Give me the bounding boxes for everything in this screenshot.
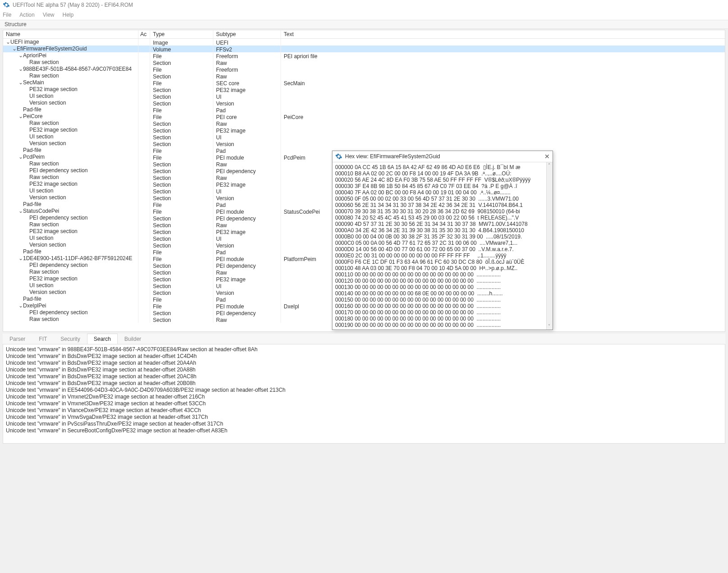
search-result-line[interactable]: Unicode text "vmware" in SecureBootConfi… (6, 427, 722, 434)
hex-scrollbar[interactable] (546, 162, 553, 330)
tree-item-text: PEI apriori file (281, 52, 725, 59)
tree-row[interactable]: UI sectionSectionUI (3, 133, 725, 140)
menu-action[interactable]: Action (19, 12, 34, 18)
search-result-line[interactable]: Unicode text "vmware" in BdsDxe/PE32 ima… (6, 353, 722, 360)
menu-view[interactable]: View (43, 12, 55, 18)
tree-item-subtype: Pad (213, 296, 281, 303)
tree-item-text (281, 120, 725, 127)
tree-item-name: 988BE43F-501B-4584-8567-A9C07F03EE84 (23, 66, 132, 73)
menubar: File Action View Help (0, 10, 728, 20)
tree-row[interactable]: PE32 image sectionSectionPE32 image (3, 86, 725, 93)
tree-item-type: Section (150, 86, 213, 93)
tree-item-subtype: Version (213, 242, 281, 248)
search-result-line[interactable]: Unicode text "vmware" in BdsDxe/PE32 ima… (6, 367, 722, 373)
tree-row[interactable]: ⌄PeiCoreFilePEI corePeiCore (3, 113, 725, 120)
search-result-line[interactable]: Unicode text "vmware" in BdsDxe/PE32 ima… (6, 373, 722, 380)
tree-row[interactable]: Raw sectionSectionRaw (3, 73, 725, 79)
tree-item-type: Section (150, 127, 213, 133)
search-result-line[interactable]: Unicode text "vmware" in EE544096-04D3-4… (6, 387, 722, 394)
caret-down-icon[interactable]: ⌄ (18, 79, 23, 86)
hex-view-body[interactable]: 000000 0A CC 45 1B 6A 15 8A 42 AF 62 49 … (332, 162, 553, 330)
col-action[interactable]: Ac (138, 30, 150, 38)
tree-row[interactable]: Version sectionSectionVersion (3, 100, 725, 106)
caret-down-icon[interactable]: ⌄ (18, 208, 23, 215)
tree-item-name: UEFI image (10, 39, 39, 46)
hex-view-titlebar[interactable]: Hex view: EfiFirmwareFileSystem2Guid ✕ (332, 151, 553, 162)
tree-row[interactable]: ⌄988BE43F-501B-4584-8567-A9C07F03EE84Fil… (3, 66, 725, 73)
tree-item-text: SecMain (281, 79, 725, 86)
tree-item-type: Section (150, 309, 213, 316)
tree-item-type: Section (150, 133, 213, 140)
tree-item-subtype: Version (213, 194, 281, 201)
tree-item-name: Raw section (29, 316, 59, 323)
search-result-line[interactable]: Unicode text "vmware" in VlanceDxe/PE32 … (6, 407, 722, 414)
tree-row[interactable]: UI sectionSectionUI (3, 93, 725, 100)
tree-item-subtype: PEI dependency (213, 167, 281, 174)
tree-row[interactable]: ⌄AprioriPeiFileFreeformPEI apriori file (3, 52, 725, 59)
tree-item-subtype: Version (213, 100, 281, 106)
tree-row[interactable]: Raw sectionSectionRaw (3, 120, 725, 127)
tab-search[interactable]: Search (87, 334, 118, 344)
tree-item-name: Version section (29, 140, 66, 147)
tab-builder[interactable]: Builder (118, 334, 148, 344)
tree-item-name: UI section (29, 282, 53, 289)
tree-item-subtype: PEI dependency (213, 215, 281, 221)
search-result-line[interactable]: Unicode text "vmware" in PvScsiPassThruD… (6, 421, 722, 427)
tree-row[interactable]: ⌄SecMainFileSEC coreSecMain (3, 79, 725, 86)
menu-file[interactable]: File (3, 12, 11, 18)
caret-down-icon[interactable]: ⌄ (12, 46, 17, 52)
col-type[interactable]: Type (150, 30, 213, 38)
tab-parser[interactable]: Parser (3, 334, 32, 344)
search-result-line[interactable]: Unicode text "vmware" in BdsDxe/PE32 ima… (6, 380, 722, 387)
tree-item-subtype: PEI module (213, 303, 281, 309)
hex-view-window[interactable]: Hex view: EfiFirmwareFileSystem2Guid ✕ 0… (332, 151, 553, 330)
caret-down-icon[interactable]: ⌄ (18, 66, 23, 73)
tree-row[interactable]: Raw sectionSectionRaw (3, 59, 725, 66)
tree-item-name: Pad-file (23, 248, 41, 255)
tree-item-type: File (150, 303, 213, 309)
caret-down-icon[interactable]: ⌄ (6, 39, 10, 46)
tree-item-name: Raw section (29, 120, 59, 127)
tree-item-type: File (150, 113, 213, 120)
search-result-line[interactable]: Unicode text "vmware" in BdsDxe/PE32 ima… (6, 360, 722, 367)
tree-item-name: PEI dependency section (29, 262, 88, 269)
tree-item-type: Section (150, 316, 213, 323)
caret-down-icon[interactable]: ⌄ (18, 154, 23, 160)
caret-down-icon[interactable]: ⌄ (18, 255, 23, 262)
tree-item-name: Version section (29, 242, 66, 248)
tree-item-type: Section (150, 174, 213, 181)
tree-item-type: File (150, 66, 213, 73)
tree-row[interactable]: PE32 image sectionSectionPE32 image (3, 127, 725, 133)
tree-item-type: Section (150, 140, 213, 147)
tree-row[interactable]: Version sectionSectionVersion (3, 140, 725, 147)
tree-row[interactable]: Pad-fileFilePad (3, 106, 725, 113)
caret-down-icon[interactable]: ⌄ (18, 303, 23, 309)
tree-row[interactable]: ⌄EfiFirmwareFileSystem2GuidVolumeFFSv2 (3, 46, 725, 52)
close-icon[interactable]: ✕ (544, 153, 550, 160)
tree-item-name: StatusCodePei (23, 208, 59, 215)
tree-item-subtype: UI (213, 133, 281, 140)
tree-item-subtype: Raw (213, 221, 281, 228)
tree-item-type: Volume (150, 46, 213, 52)
col-name[interactable]: Name (3, 30, 138, 38)
tree-item-type: Section (150, 282, 213, 289)
app-gear-icon (3, 1, 10, 9)
caret-down-icon[interactable]: ⌄ (18, 113, 23, 120)
search-result-line[interactable]: Unicode text "vmware" in Vmxnet3Dxe/PE32… (6, 400, 722, 407)
tab-fit[interactable]: FIT (32, 334, 54, 344)
col-text[interactable]: Text (281, 30, 725, 38)
tree-item-text (281, 73, 725, 79)
menu-help[interactable]: Help (63, 12, 74, 18)
tree-item-name: UI section (29, 133, 53, 140)
search-result-line[interactable]: Unicode text "vmware" in Vmxnet2Dxe/PE32… (6, 394, 722, 400)
tree-item-subtype: PE32 image (213, 228, 281, 235)
tree-item-name: AprioriPei (23, 52, 46, 59)
search-result-line[interactable]: Unicode text "vmware" in VmwSvgaDxe/PE32… (6, 414, 722, 421)
caret-down-icon[interactable]: ⌄ (18, 52, 23, 59)
tree-row[interactable]: ⌄UEFI imageImageUEFI (3, 39, 725, 46)
search-result-line[interactable]: Unicode text "vmware" in 988BE43F-501B-4… (6, 346, 722, 353)
col-subtype[interactable]: Subtype (213, 30, 281, 38)
tab-security[interactable]: Security (54, 334, 87, 344)
tree-item-text (281, 59, 725, 66)
search-results[interactable]: Unicode text "vmware" in 988BE43F-501B-4… (3, 344, 725, 444)
